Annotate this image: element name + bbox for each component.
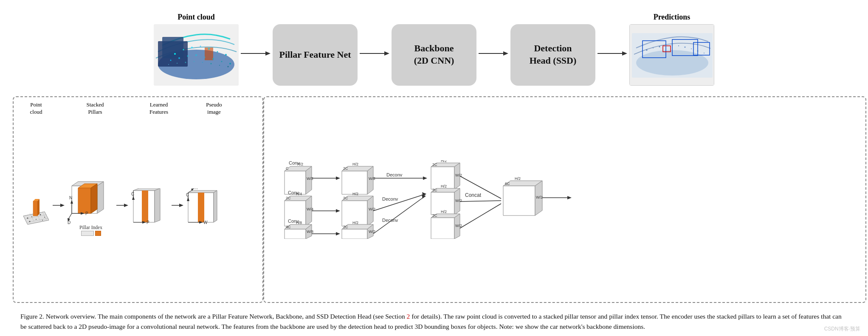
backbone-diagram-svg: C H/2 W/2 Conv 2C H/4 W/4 Conv [272, 160, 858, 239]
svg-text:N: N [69, 196, 72, 200]
backbone-block: Backbone(2D CNN) [392, 24, 476, 86]
label-point-cloud: Pointcloud [20, 101, 53, 116]
svg-text:6C: 6C [505, 182, 510, 186]
detection-head-block: DetectionHead (SSD) [510, 24, 595, 86]
detail-arrow-1 [53, 202, 65, 208]
svg-text:Deconv: Deconv [386, 172, 403, 177]
pillar-index-label: Pillar Index [79, 225, 102, 230]
svg-point-67 [36, 219, 37, 220]
svg-point-48 [665, 45, 666, 46]
svg-text:C: C [286, 166, 289, 171]
svg-text:2C: 2C [343, 225, 348, 229]
svg-text:W/2: W/2 [536, 195, 543, 199]
svg-point-69 [42, 220, 43, 221]
caption-text: Figure 2. Network overview. The main com… [16, 311, 852, 332]
svg-point-21 [168, 64, 169, 65]
svg-text:H/2: H/2 [441, 160, 447, 163]
svg-point-63 [27, 218, 28, 219]
pipeline-pillar-feature-net: x Pillar Feature Net [273, 13, 358, 86]
svg-text:Deconv: Deconv [382, 196, 398, 202]
svg-text:Concat: Concat [465, 192, 482, 198]
svg-text:D: D [68, 220, 70, 224]
caption-text-1: Network overview. The main components of… [46, 313, 407, 320]
arrow-4 [595, 47, 629, 60]
bottom-row: Pointcloud StackedPillars LearnedFeature… [13, 96, 855, 303]
svg-line-149 [460, 204, 501, 228]
svg-marker-36 [622, 51, 627, 56]
pipeline-predictions: Predictions [629, 13, 714, 86]
svg-rect-4 [162, 37, 183, 58]
svg-marker-71 [60, 204, 65, 207]
svg-point-51 [685, 46, 686, 48]
svg-marker-91 [179, 204, 183, 207]
stacked-pillars-detail: N D P Pillar Index [65, 179, 116, 236]
svg-point-12 [225, 54, 227, 56]
svg-point-18 [212, 58, 214, 60]
svg-text:H/2: H/2 [352, 192, 358, 196]
detail-diagrams-row: N D P Pillar Index [20, 118, 256, 298]
svg-text:H/2: H/2 [441, 210, 447, 214]
svg-point-7 [183, 49, 184, 50]
predictions-image [629, 24, 714, 86]
detail-arrow-3 [172, 202, 184, 208]
pseudo-image-detail: C H W [184, 188, 225, 227]
svg-marker-113 [336, 209, 340, 213]
svg-point-17 [204, 56, 206, 58]
pipeline-detection-head: x DetectionHead (SSD) [510, 13, 595, 86]
svg-point-8 [191, 47, 193, 48]
svg-point-23 [185, 62, 186, 63]
watermark: CSDN博客·预算 [824, 325, 860, 333]
svg-rect-62 [33, 201, 37, 216]
svg-point-53 [697, 50, 699, 51]
svg-point-16 [195, 54, 197, 56]
svg-line-148 [460, 201, 501, 202]
left-detail-panel: Pointcloud StackedPillars LearnedFeature… [13, 96, 263, 303]
detail-labels-row: Pointcloud StackedPillars LearnedFeature… [20, 101, 256, 116]
svg-text:4C: 4C [286, 225, 291, 229]
arrow-2 [358, 47, 392, 60]
svg-text:2C: 2C [432, 188, 437, 192]
svg-text:H/2: H/2 [352, 221, 358, 225]
svg-text:2C: 2C [432, 213, 437, 218]
svg-text:2C: 2C [343, 196, 348, 200]
svg-point-64 [31, 216, 32, 217]
svg-marker-155 [567, 196, 572, 199]
svg-text:2C: 2C [286, 196, 291, 200]
svg-text:H/2: H/2 [515, 176, 521, 181]
point-cloud-image [154, 24, 239, 86]
svg-marker-119 [336, 232, 340, 235]
pillar-feature-net-block: Pillar Feature Net [273, 24, 358, 86]
svg-text:W/8: W/8 [307, 230, 313, 234]
svg-line-135 [373, 196, 425, 234]
svg-point-27 [219, 65, 220, 66]
top-pipeline: Point cloud [13, 8, 855, 90]
svg-marker-34 [503, 51, 508, 56]
arrow-3 [476, 47, 510, 60]
svg-point-68 [29, 221, 31, 222]
svg-point-45 [646, 49, 648, 50]
svg-text:C: C [186, 193, 189, 197]
svg-text:H/2: H/2 [352, 162, 358, 166]
svg-point-49 [672, 44, 673, 45]
svg-text:W: W [203, 220, 208, 225]
svg-marker-107 [336, 176, 340, 180]
svg-point-65 [40, 214, 41, 216]
svg-text:2C: 2C [432, 162, 437, 167]
svg-point-46 [653, 48, 654, 48]
predictions-label: Predictions [654, 13, 690, 22]
svg-text:W/2: W/2 [455, 199, 462, 203]
pointcloud-detail [20, 188, 53, 227]
svg-text:C: C [131, 192, 134, 196]
svg-text:H/2: H/2 [441, 184, 447, 188]
pipeline-point-cloud: Point cloud [154, 13, 239, 86]
svg-text:Conv: Conv [288, 218, 299, 224]
svg-point-54 [704, 53, 705, 53]
svg-text:Deconv: Deconv [382, 218, 398, 223]
svg-marker-130 [423, 176, 427, 180]
caption-section: Figure 2. Network overview. The main com… [13, 306, 855, 332]
svg-point-22 [177, 63, 178, 64]
svg-point-50 [678, 45, 679, 46]
figure-label: Figure 2. [20, 313, 44, 320]
pipeline-backbone: x Backbone(2D CNN) [392, 13, 476, 86]
svg-text:2C: 2C [343, 166, 348, 171]
